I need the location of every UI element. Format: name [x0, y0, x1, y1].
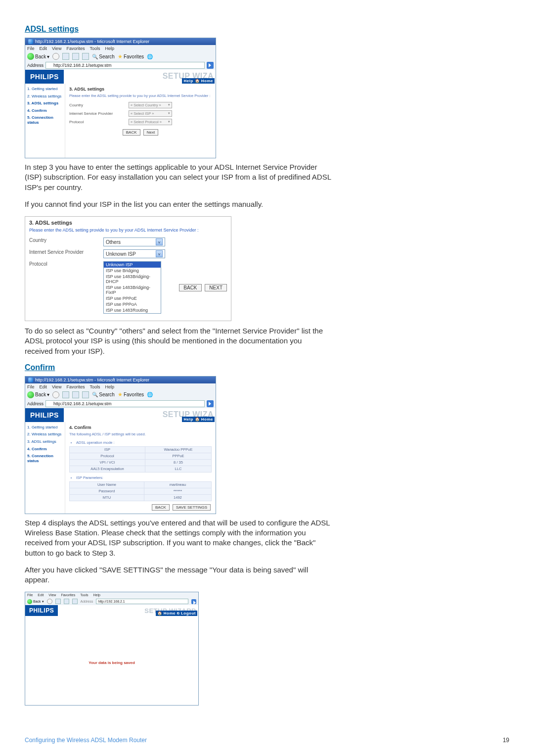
address-input[interactable]: http://192.168.2.1: [96, 599, 188, 604]
home-icon[interactable]: [82, 53, 89, 60]
sidenav-item-1[interactable]: 1. Getting started: [27, 87, 63, 92]
stop-icon[interactable]: [62, 53, 69, 60]
browser-titlebar: http://192.168.2.1/setupw.stm - Microsof…: [25, 38, 216, 45]
menu-edit[interactable]: Edit: [40, 384, 47, 389]
sidenav-item-2[interactable]: 2. Wireless settings: [27, 432, 63, 437]
sidenav-item-3[interactable]: 3. ADSL settings: [27, 439, 63, 444]
stop-icon[interactable]: [55, 599, 61, 604]
back-button[interactable]: BACK: [123, 129, 140, 136]
menu-tools[interactable]: Tools: [89, 384, 100, 389]
refresh-icon[interactable]: [64, 599, 69, 604]
saving-message: Your data is being saved: [25, 661, 198, 665]
table-row: User Namemartineau: [70, 481, 212, 488]
search-button[interactable]: Search: [92, 392, 115, 397]
bullet-list: ISP Parameters:: [69, 475, 212, 480]
home-logout-links[interactable]: 🏠 Home ⎋ Logout: [156, 611, 198, 616]
back-button[interactable]: Back ▾: [27, 391, 49, 398]
country-select[interactable]: Others v: [103, 237, 165, 246]
search-button[interactable]: Search: [92, 54, 115, 59]
table-row: AAL5 EncapsulationLLC: [70, 466, 212, 472]
menu-favorites[interactable]: Favorites: [61, 593, 75, 597]
isp-select[interactable]: Unknown ISP v: [103, 249, 165, 258]
refresh-icon[interactable]: [72, 53, 79, 60]
paragraph-1: In step 3 you have to enter the settings…: [25, 162, 331, 192]
back-label: Back: [35, 54, 46, 59]
menu-help[interactable]: Help: [105, 46, 114, 51]
go-button[interactable]: [207, 400, 214, 407]
router-header: PHILIPS SETUP WIZA Help 🏠 Home: [25, 408, 216, 422]
sidenav-item-1[interactable]: 1. Getting started: [27, 425, 63, 430]
menu-favorites[interactable]: Favorites: [66, 384, 85, 389]
address-value: http://192.168.2.1/setupw.stm: [53, 401, 112, 406]
menu-tools[interactable]: Tools: [89, 46, 100, 51]
dropdown-option[interactable]: Unknown ISP: [104, 262, 161, 268]
menu-file[interactable]: File: [27, 384, 35, 389]
menu-file[interactable]: File: [27, 593, 33, 597]
save-settings-button[interactable]: SAVE SETTINGS: [173, 504, 211, 511]
page-number: 19: [503, 737, 509, 744]
favorites-button[interactable]: Favorites: [118, 391, 144, 398]
menu-tools[interactable]: Tools: [80, 593, 88, 597]
globe-icon[interactable]: [147, 54, 153, 59]
page-footer: Configuring the Wireless ADSL Modem Rout…: [25, 737, 509, 744]
browser-titlebar: http://192.168.2.1/setupw.stm - Microsof…: [25, 377, 216, 383]
back-button[interactable]: Back ▾: [27, 599, 44, 604]
dropdown-option[interactable]: ISP use 1483Routing: [104, 307, 161, 313]
go-button[interactable]: [207, 62, 214, 69]
menu-edit[interactable]: Edit: [38, 593, 44, 597]
bullet-isp-params: ISP Parameters:: [76, 475, 212, 480]
ie-icon: [47, 402, 51, 406]
dropdown-option[interactable]: ISP use 1483Bridging-DHCP: [104, 274, 161, 284]
paragraph-3: To do so select as "Country" "others" an…: [25, 326, 331, 356]
dropdown-option[interactable]: ISP use Bridging: [104, 268, 161, 274]
globe-icon[interactable]: [147, 392, 153, 397]
isp-select[interactable]: « Select ISP »: [129, 110, 172, 117]
isp-dropdown-open[interactable]: Unknown ISP ISP use Bridging ISP use 148…: [103, 261, 161, 314]
refresh-icon[interactable]: [72, 391, 79, 398]
menu-file[interactable]: File: [27, 46, 35, 51]
philips-logo: PHILIPS: [25, 70, 64, 84]
next-button[interactable]: Next: [143, 129, 158, 136]
menu-help[interactable]: Help: [93, 593, 100, 597]
paragraph-4: Step 4 displays the ADSL settings you've…: [25, 518, 331, 558]
sidenav-item-4[interactable]: 4. Confirm: [27, 447, 63, 452]
wizard-title: SETUP WIZA Help 🏠 Home: [64, 70, 216, 84]
dropdown-option[interactable]: ISP use PPPoE: [104, 295, 161, 301]
sidenav-item-5[interactable]: 5. Connection status: [27, 115, 63, 125]
next-button[interactable]: NEXT: [205, 284, 227, 291]
menu-help[interactable]: Help: [105, 384, 114, 389]
isp-params-table: User Namemartineau Password****** MTU149…: [69, 481, 212, 501]
sidenav-item-2[interactable]: 2. Wireless settings: [27, 94, 63, 99]
country-select[interactable]: « Select Country »: [129, 102, 172, 108]
menu-view[interactable]: View: [52, 46, 61, 51]
sidenav-item-5[interactable]: 5. Connection status: [27, 454, 63, 463]
back-button[interactable]: BACK: [152, 504, 170, 511]
forward-icon[interactable]: [52, 53, 59, 60]
sidenav-item-4[interactable]: 4. Confirm: [27, 108, 63, 113]
go-button[interactable]: [191, 599, 196, 604]
dropdown-option[interactable]: ISP use 1483Bridging-FixIP: [104, 284, 161, 295]
dropdown-option[interactable]: ISP use PPPoA: [104, 301, 161, 307]
home-icon[interactable]: [72, 599, 78, 604]
forward-icon[interactable]: [47, 599, 52, 604]
menu-view[interactable]: View: [48, 593, 56, 597]
back-button[interactable]: BACK: [179, 284, 201, 291]
forward-icon[interactable]: [52, 391, 59, 398]
help-home-links[interactable]: Help 🏠 Home: [182, 78, 215, 84]
help-home-links[interactable]: Help 🏠 Home: [182, 417, 215, 422]
menu-view[interactable]: View: [52, 384, 61, 389]
menu-edit[interactable]: Edit: [40, 46, 47, 51]
bullet-adsl-mode: ADSL operation mode :: [76, 440, 212, 445]
address-input[interactable]: http://192.168.2.1/setupw.stm: [45, 400, 205, 407]
protocol-select[interactable]: « Select Protocol »: [129, 119, 172, 125]
address-input[interactable]: http://192.168.2.1/setupw.stm: [45, 62, 205, 69]
country-label: Country: [69, 103, 129, 107]
menu-favorites[interactable]: Favorites: [66, 46, 85, 51]
router-header: PHILIPS SETUP WIZA Help 🏠 Home: [25, 70, 216, 84]
browser-menubar: File Edit View Favorites Tools Help: [25, 45, 216, 52]
home-icon[interactable]: [82, 391, 89, 398]
stop-icon[interactable]: [62, 391, 69, 398]
sidenav-item-3[interactable]: 3. ADSL settings: [27, 101, 63, 106]
favorites-button[interactable]: Favorites: [118, 53, 144, 60]
back-button[interactable]: Back ▾: [27, 53, 49, 60]
